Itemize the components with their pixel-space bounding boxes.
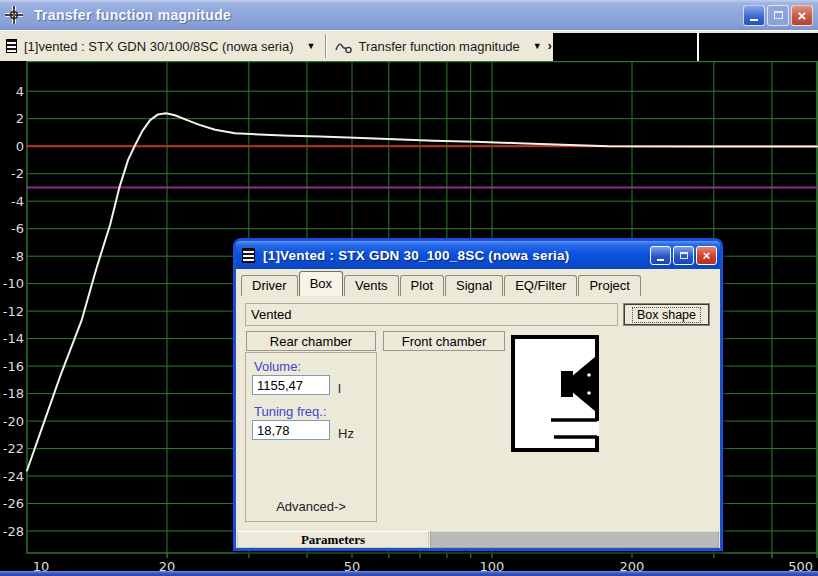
tab-eq-filter[interactable]: EQ/Filter bbox=[504, 275, 577, 296]
box-type-field: Vented bbox=[245, 303, 618, 326]
dialog-titlebar[interactable]: [1]Vented : STX GDN 30_100_8SC (nowa ser… bbox=[236, 241, 720, 269]
toolbar-panels bbox=[553, 33, 818, 61]
window-controls: × bbox=[743, 5, 813, 26]
maximize-button[interactable] bbox=[767, 5, 789, 26]
maximize-icon bbox=[774, 11, 783, 19]
tab-plot[interactable]: Plot bbox=[400, 275, 444, 296]
y-tick-label: -16 bbox=[3, 359, 24, 374]
y-tick-label: -28 bbox=[3, 524, 24, 539]
tab-signal[interactable]: Signal bbox=[445, 275, 503, 296]
tab-driver[interactable]: Driver bbox=[241, 275, 298, 296]
y-tick-label: -10 bbox=[3, 276, 24, 291]
tab-vents[interactable]: Vents bbox=[344, 275, 399, 296]
window-title: Transfer function magnitude bbox=[34, 7, 231, 23]
parameters-button[interactable]: Parameters bbox=[237, 531, 429, 548]
rear-chamber-panel: Volume: l Tuning freq.: Hz Advanced-> bbox=[245, 352, 377, 522]
dialog-icon bbox=[242, 248, 255, 263]
plot-selector-label: Transfer function magnitude bbox=[358, 39, 519, 54]
dialog-bottombar: Parameters bbox=[236, 531, 720, 548]
tab-project[interactable]: Project bbox=[578, 275, 640, 296]
dialog-content: Vented Box shape Rear chamber Front cham… bbox=[236, 296, 720, 548]
y-tick-label: -12 bbox=[3, 304, 24, 319]
driver-detail bbox=[587, 391, 591, 395]
tuning-freq-input[interactable] bbox=[252, 420, 330, 440]
y-tick-label: -20 bbox=[3, 414, 24, 429]
dialog-minimize-button[interactable] bbox=[650, 246, 671, 265]
minimize-button[interactable] bbox=[743, 5, 765, 26]
y-tick-label: -22 bbox=[3, 441, 24, 456]
tab-box[interactable]: Box bbox=[299, 271, 343, 296]
volume-input[interactable] bbox=[252, 375, 330, 395]
tuning-freq-label: Tuning freq.: bbox=[254, 404, 327, 419]
dialog-maximize-button[interactable] bbox=[673, 246, 694, 265]
y-tick-label: -6 bbox=[11, 221, 24, 236]
driver-magnet bbox=[561, 371, 573, 397]
volume-unit: l bbox=[338, 381, 341, 396]
app-window: Transfer function magnitude × [1]vented … bbox=[0, 0, 818, 576]
box-dialog: [1]Vented : STX GDN 30_100_8SC (nowa ser… bbox=[233, 238, 723, 551]
box-shape-button[interactable]: Box shape bbox=[624, 304, 709, 325]
toolbar-black-panel-left bbox=[553, 33, 699, 61]
y-tick-label: 4 bbox=[16, 84, 24, 99]
close-button[interactable]: × bbox=[791, 5, 813, 26]
crosshair-icon bbox=[4, 5, 24, 25]
y-tick-label: -26 bbox=[3, 496, 24, 511]
close-icon: × bbox=[798, 8, 807, 23]
y-tick-label: 0 bbox=[16, 139, 24, 154]
box-type-label: Vented bbox=[251, 307, 292, 322]
y-tick-label: -8 bbox=[11, 249, 24, 264]
toolbar-black-panel-right bbox=[699, 33, 818, 61]
driver-detail bbox=[587, 373, 591, 377]
rear-chamber-button[interactable]: Rear chamber bbox=[246, 331, 376, 351]
window-bottom-border bbox=[0, 571, 818, 576]
maximize-icon bbox=[680, 252, 688, 259]
tuning-freq-unit: Hz bbox=[338, 426, 354, 441]
dialog-close-button[interactable]: × bbox=[696, 246, 717, 265]
port-wall-opening bbox=[593, 421, 599, 436]
y-tick-label: 2 bbox=[16, 111, 24, 126]
y-tick-label: -18 bbox=[3, 386, 24, 401]
sine-wave-icon bbox=[335, 40, 354, 53]
window-titlebar: Transfer function magnitude × bbox=[0, 0, 818, 30]
y-tick-label: -24 bbox=[3, 469, 24, 484]
project-selector[interactable]: [1]vented : STX GDN 30/100/8SC (nowa ser… bbox=[6, 39, 315, 54]
minimize-icon bbox=[657, 259, 664, 261]
toolbar-separator bbox=[325, 34, 326, 58]
y-tick-label: -2 bbox=[11, 166, 24, 181]
dialog-tabs: DriverBoxVentsPlotSignalEQ/FilterProject bbox=[236, 269, 720, 296]
advanced-button[interactable]: Advanced-> bbox=[246, 499, 376, 514]
statusbar-right bbox=[430, 531, 719, 548]
volume-label: Volume: bbox=[254, 359, 301, 374]
y-tick-label: -14 bbox=[3, 331, 24, 346]
box-shape-button-label: Box shape bbox=[632, 307, 701, 323]
toolbar: [1]vented : STX GDN 30/100/8SC (nowa ser… bbox=[0, 30, 818, 61]
project-selector-label: [1]vented : STX GDN 30/100/8SC (nowa ser… bbox=[24, 39, 294, 54]
front-chamber-button[interactable]: Front chamber bbox=[383, 331, 505, 351]
chevron-down-icon: ▼ bbox=[307, 41, 316, 51]
more-arrow-icon[interactable]: › bbox=[548, 39, 552, 53]
dialog-controls: × bbox=[650, 246, 717, 265]
y-tick-label: -4 bbox=[11, 194, 24, 209]
dialog-title: [1]Vented : STX GDN 30_100_8SC (nowa ser… bbox=[263, 248, 569, 263]
close-icon: × bbox=[703, 249, 711, 262]
project-icon bbox=[6, 39, 17, 53]
minimize-icon bbox=[750, 19, 758, 21]
plot-type-selector[interactable]: Transfer function magnitude ▼ bbox=[335, 39, 541, 54]
box-shape-drawing bbox=[511, 335, 599, 452]
chevron-down-icon: ▼ bbox=[533, 41, 542, 51]
